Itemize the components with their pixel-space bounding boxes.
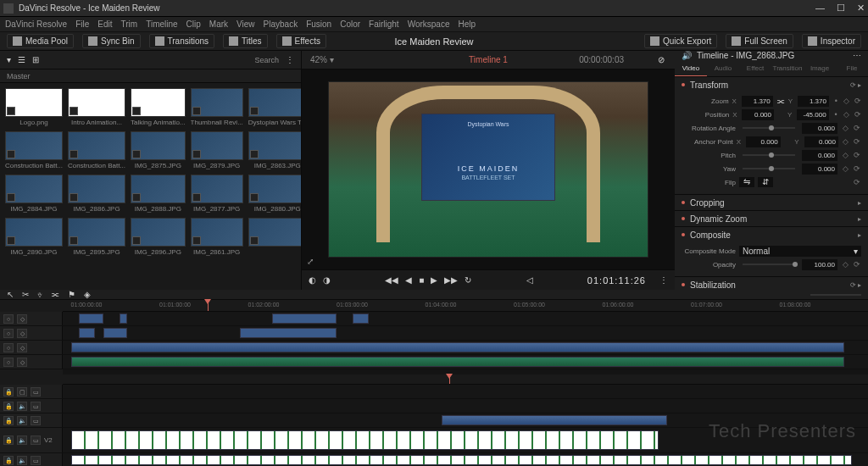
- menu-item[interactable]: Playback: [264, 19, 298, 29]
- tab-effect[interactable]: Effect: [739, 60, 771, 76]
- bypass-icon[interactable]: ⊘: [658, 55, 665, 64]
- timeline-ruler[interactable]: 01:00:00:0001:01:00:0001:02:00:0001:03:0…: [63, 300, 868, 312]
- track-v1[interactable]: [63, 341, 868, 354]
- fit-dropdown[interactable]: 42% ▾: [310, 55, 334, 64]
- media-thumbnail[interactable]: IMG_2875.JPG: [131, 131, 185, 169]
- view-dropdown-icon[interactable]: ▾: [7, 55, 11, 64]
- media-thumbnail[interactable]: IMG_2896.JPG: [131, 218, 185, 256]
- rotation-field[interactable]: 0.000: [802, 123, 837, 134]
- preview-viewer[interactable]: Dystopian Wars ICE MAIDEN BATTLEFLEET SE…: [302, 69, 675, 269]
- playhead-detail[interactable]: [449, 374, 450, 384]
- media-path[interactable]: Master: [7, 72, 31, 80]
- step-fwd-icon[interactable]: ▶▶: [444, 275, 458, 285]
- track-v2[interactable]: [63, 326, 868, 340]
- inspector-button[interactable]: Inspector: [802, 34, 861, 48]
- media-thumbnail[interactable]: IMG_2895.JPG: [68, 218, 125, 256]
- menu-item[interactable]: Fusion: [306, 19, 331, 29]
- tab-video[interactable]: Video: [675, 60, 707, 76]
- track-d4[interactable]: [63, 428, 868, 452]
- flag-tool-icon[interactable]: ⚑: [68, 290, 75, 299]
- flip-v-button[interactable]: ⇵: [758, 177, 773, 187]
- mark-out-icon[interactable]: ◑: [323, 275, 331, 285]
- list-view-icon[interactable]: ☰: [18, 55, 25, 64]
- selection-tool-icon[interactable]: ↖: [7, 290, 14, 299]
- track-header-v1[interactable]: ○◇: [0, 341, 63, 354]
- media-thumbnail[interactable]: IMG_2877.JPG: [191, 175, 243, 213]
- menu-item[interactable]: Workspace: [408, 19, 450, 29]
- media-thumbnail[interactable]: IMG_2890.JPG: [5, 218, 63, 256]
- opacity-slider[interactable]: [743, 264, 795, 265]
- yaw-field[interactable]: 0.000: [802, 164, 837, 175]
- menu-item[interactable]: Clip: [186, 19, 201, 29]
- tab-transition[interactable]: Transition: [771, 60, 804, 76]
- flip-h-button[interactable]: ⇋: [739, 177, 754, 187]
- loop-icon[interactable]: ↻: [465, 275, 471, 285]
- pos-y-field[interactable]: -45.000: [797, 109, 829, 120]
- transform-header[interactable]: Transform⟳ ▸: [675, 77, 868, 92]
- track-d1[interactable]: [63, 385, 868, 398]
- menu-item[interactable]: File: [75, 19, 89, 29]
- expand-icon[interactable]: ⤢: [307, 257, 314, 266]
- track-header-d4[interactable]: 🔒🔈▭V2: [0, 428, 63, 452]
- track-header-v3[interactable]: ○◇: [0, 312, 63, 325]
- pitch-field[interactable]: 0.000: [802, 150, 837, 161]
- media-thumbnail[interactable]: IMG_2886.JPG: [68, 175, 125, 213]
- opacity-field[interactable]: 100.00: [802, 259, 837, 270]
- stop-icon[interactable]: ■: [419, 275, 424, 285]
- sync-bin-button[interactable]: Sync Bin: [82, 34, 140, 48]
- viewer-options-icon[interactable]: ⋮: [659, 275, 668, 285]
- menu-item[interactable]: View: [236, 19, 255, 29]
- inspector-menu-icon[interactable]: ⋯: [853, 51, 861, 60]
- quick-export-button[interactable]: Quick Export: [644, 34, 717, 48]
- media-thumbnail[interactable]: Intro Animation...: [68, 88, 125, 126]
- full-screen-button[interactable]: Full Screen: [726, 34, 793, 48]
- zoom-x-field[interactable]: 1.370: [742, 96, 773, 107]
- menu-item[interactable]: Trim: [121, 19, 138, 29]
- reset-icon[interactable]: •: [832, 97, 840, 105]
- track-v3[interactable]: [63, 312, 868, 325]
- media-thumbnail[interactable]: Construction Batt...: [68, 131, 125, 169]
- media-thumbnail[interactable]: Thumbnail Revi...: [191, 88, 243, 126]
- media-thumbnail[interactable]: IMG_2888.JPG: [131, 175, 185, 213]
- playhead[interactable]: [208, 300, 209, 311]
- media-thumbnail[interactable]: [248, 218, 301, 256]
- rotation-slider[interactable]: [743, 127, 795, 129]
- menu-item[interactable]: Edit: [97, 19, 112, 29]
- track-d2[interactable]: [63, 399, 868, 413]
- yaw-slider[interactable]: [743, 168, 795, 169]
- timeline-ruler-detail[interactable]: [63, 374, 868, 385]
- minimize-button[interactable]: —: [815, 3, 825, 14]
- transitions-button[interactable]: Transitions: [149, 34, 215, 48]
- revert-icon[interactable]: ⟳: [854, 97, 861, 105]
- anchor-x-field[interactable]: 0.000: [746, 136, 780, 147]
- media-pool-button[interactable]: Media Pool: [7, 34, 74, 48]
- dynamic-zoom-header[interactable]: Dynamic Zoom▸: [675, 211, 868, 226]
- menu-item[interactable]: Color: [340, 19, 360, 29]
- options-icon[interactable]: ⋮: [286, 55, 294, 64]
- mark-in-icon[interactable]: ◐: [309, 275, 316, 285]
- blade-tool-icon[interactable]: ✂: [22, 290, 29, 299]
- maximize-button[interactable]: ☐: [837, 3, 845, 14]
- track-header-d5[interactable]: 🔒🔈▭: [0, 453, 63, 466]
- play-icon[interactable]: ▶: [431, 275, 437, 285]
- track-header-d2[interactable]: 🔒🔈▭: [0, 399, 63, 413]
- search-label[interactable]: Search: [254, 56, 279, 64]
- zoom-y-field[interactable]: 1.370: [798, 96, 829, 107]
- media-thumbnail[interactable]: IMG_2884.JPG: [5, 175, 63, 213]
- menu-item[interactable]: DaVinci Resolve: [5, 19, 67, 29]
- speaker-icon[interactable]: 🔊: [682, 51, 692, 60]
- cropping-header[interactable]: Cropping▸: [675, 195, 868, 210]
- track-header-a1[interactable]: ○◇: [0, 355, 63, 369]
- prev-clip-icon[interactable]: ◀◀: [385, 275, 398, 285]
- next-clip-icon[interactable]: ◁: [526, 275, 533, 285]
- track-header-d3[interactable]: 🔒🔈▭: [0, 413, 63, 427]
- menu-item[interactable]: Timeline: [146, 19, 177, 29]
- tab-audio[interactable]: Audio: [707, 60, 739, 76]
- menu-item[interactable]: Mark: [209, 19, 228, 29]
- tab-file[interactable]: File: [836, 60, 868, 76]
- marker-tool-icon[interactable]: ◈: [84, 290, 91, 299]
- link-icon[interactable]: ⫘: [776, 97, 785, 106]
- effects-button[interactable]: Effects: [276, 34, 326, 48]
- grid-view-icon[interactable]: ⊞: [32, 55, 39, 64]
- media-thumbnail[interactable]: Dystopian Wars T...: [248, 88, 301, 126]
